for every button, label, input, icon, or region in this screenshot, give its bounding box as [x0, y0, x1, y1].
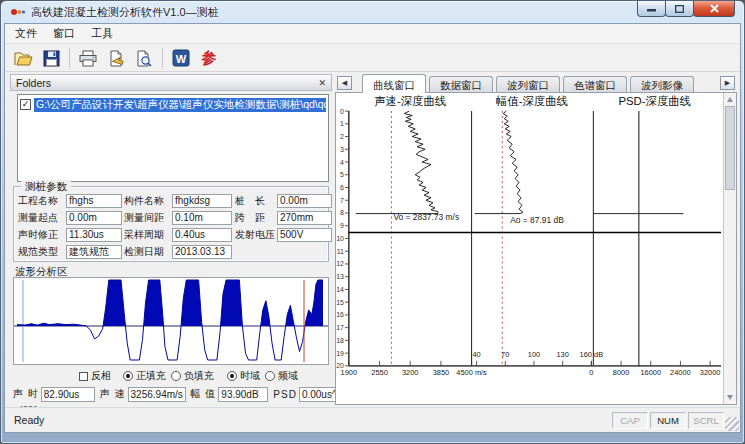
print-button[interactable]: [75, 46, 101, 70]
amplitude-tick-label: 70: [501, 350, 509, 359]
annotation-1: Vo = 2837.73 m/s: [393, 212, 459, 222]
close-icon: [710, 4, 719, 13]
chart-title-2: 幅值-深度曲线: [496, 95, 568, 107]
fill-positive-radio[interactable]: 正填充: [123, 369, 166, 383]
chart-title-3: PSD-深度曲线: [618, 95, 691, 107]
radio-icon: [265, 371, 275, 381]
waveform-plot: [14, 278, 328, 364]
folders-panel: Folders ✕ ✓ G:\公司产品设计开发\超声仪器\超声仪实地检测数据\测…: [10, 74, 332, 405]
file-list-item[interactable]: ✓ G:\公司产品设计开发\超声仪器\超声仪实地检测数据\测桩\qd\qd03\…: [18, 97, 328, 112]
chart-title-1: 声速-深度曲线: [374, 95, 446, 107]
maximize-button[interactable]: [665, 1, 694, 17]
tabs: 曲线窗口数据窗口波列窗口色谱窗口波列影像: [362, 74, 697, 92]
tab-4[interactable]: 色谱窗口: [563, 76, 627, 92]
close-button[interactable]: [693, 1, 735, 17]
tab-3[interactable]: 波列窗口: [496, 76, 560, 92]
fill-negative-label: 负填充: [184, 369, 214, 383]
readout-label-4: PSD: [273, 389, 297, 400]
readout-label-1: 声 时: [13, 387, 39, 401]
printer-icon: [78, 50, 98, 67]
readout-value-2[interactable]: 3256.94m/s: [128, 387, 186, 402]
param-value-field[interactable]: 500V: [277, 228, 332, 242]
menu-item-3[interactable]: 工具: [83, 23, 121, 44]
depth-tick-label: 16: [336, 311, 344, 318]
scroll-up-icon[interactable]: [727, 97, 733, 102]
param-value-field[interactable]: 0.40us: [172, 228, 232, 242]
param-value-field[interactable]: 270mm: [277, 211, 332, 225]
param-value-field[interactable]: 2013.03.13: [172, 245, 232, 259]
folders-caption[interactable]: Folders ✕: [10, 74, 332, 91]
readout-row: 声 时82.90us声 速3256.94m/s幅 值93.90dBPSD0.00…: [13, 386, 329, 402]
tab-1[interactable]: 曲线窗口: [362, 74, 426, 93]
checkbox-checked-icon[interactable]: ✓: [20, 99, 31, 110]
time-domain-radio[interactable]: 时域: [227, 369, 260, 383]
page-export-icon: [107, 50, 125, 67]
curve-window-panel: ◀ 曲线窗口数据窗口波列窗口色谱窗口波列影像 ▶ 声速-深度曲线幅值-深度曲线P…: [335, 74, 737, 405]
velocity-tick-label: 1900: [341, 368, 358, 377]
param-label: 工程名称: [18, 194, 66, 208]
waveform-box[interactable]: [13, 277, 329, 365]
depth-tick-label: 13: [336, 273, 344, 280]
param-value-field[interactable]: fhgkdsg: [172, 194, 232, 208]
depth-tick-label: 2: [340, 133, 344, 140]
amplitude-tick-label: 40: [472, 350, 480, 359]
open-folder-icon: [13, 50, 33, 67]
param-value-field[interactable]: 0.00m: [66, 211, 122, 225]
readout-value-3[interactable]: 93.90dB: [218, 387, 268, 402]
velocity-tick-label: 3200: [402, 368, 419, 377]
depth-tick-label: 7: [340, 197, 344, 204]
open-file-button[interactable]: [10, 46, 36, 70]
close-pane-icon[interactable]: ✕: [318, 78, 326, 88]
readout-value-1[interactable]: 82.90us: [41, 387, 95, 402]
radio-icon: [171, 371, 181, 381]
tab-2[interactable]: 数据窗口: [429, 76, 493, 92]
minimize-button[interactable]: [637, 1, 666, 17]
scroll-down-icon[interactable]: [727, 395, 733, 400]
tab-scroll-left-button[interactable]: ◀: [337, 76, 352, 90]
keyboard-indicators: CAPNUMSCRL: [610, 412, 724, 429]
export-button[interactable]: [103, 46, 129, 70]
invert-checkbox[interactable]: 反相: [79, 369, 111, 383]
word-icon-letter: W: [176, 53, 187, 65]
client-area: 文件窗口工具: [4, 23, 741, 433]
menu-item-1[interactable]: 文件: [7, 23, 45, 44]
radio-selected-icon: [123, 371, 133, 381]
param-value-field[interactable]: fhghs: [66, 194, 122, 208]
file-list[interactable]: ✓ G:\公司产品设计开发\超声仪器\超声仪实地检测数据\测桩\qd\qd03\…: [17, 94, 329, 182]
scrollbar-thumb[interactable]: [725, 106, 735, 190]
depth-tick-label: 17: [336, 324, 344, 331]
tab-5[interactable]: 波列影像: [630, 76, 694, 92]
vertical-scrollbar[interactable]: [723, 93, 736, 404]
menu-bar: 文件窗口工具: [5, 24, 740, 44]
save-file-button[interactable]: [38, 46, 64, 70]
readout-label-3: 幅 值: [191, 387, 217, 401]
parameters-button[interactable]: 参: [196, 46, 222, 70]
waveform-positive-fill: [17, 280, 323, 360]
resize-grip[interactable]: [725, 417, 739, 431]
freq-domain-radio[interactable]: 频域: [265, 369, 298, 383]
amplitude-tick-label: 130: [556, 350, 568, 359]
app-icon-glyph: [10, 5, 26, 19]
fill-negative-radio[interactable]: 负填充: [171, 369, 214, 383]
toolbar-separator: [69, 48, 70, 68]
save-floppy-icon: [43, 50, 60, 67]
param-value-field[interactable]: 建筑规范: [66, 245, 122, 259]
time-domain-label: 时域: [240, 369, 260, 383]
pile-params-group: 测桩参数 工程名称fhghs构件名称fhgkdsg桩 长0.00m测量起点0.0…: [13, 186, 329, 262]
status-text: Ready: [14, 414, 44, 426]
amplitude-tick-label: 100: [528, 350, 540, 359]
indicator-scrl: SCRL: [688, 412, 724, 429]
title-bar[interactable]: 高铁建混凝土检测分析软件V1.0—测桩: [1, 1, 744, 23]
param-value-field[interactable]: 11.30us: [66, 228, 122, 242]
chart-area: 声速-深度曲线幅值-深度曲线PSD-深度曲线012345678910111213…: [335, 93, 737, 405]
print-preview-button[interactable]: [131, 46, 157, 70]
depth-tick-label: 10: [336, 235, 344, 242]
status-bar: Ready CAPNUMSCRL: [5, 407, 740, 432]
window-controls: [638, 1, 735, 17]
menu-item-2[interactable]: 窗口: [45, 23, 83, 44]
export-word-button[interactable]: W: [168, 46, 194, 70]
param-value-field[interactable]: 0.10m: [172, 211, 232, 225]
tab-scroll-right-button[interactable]: ▶: [720, 76, 735, 90]
depth-curves-plot: 声速-深度曲线幅值-深度曲线PSD-深度曲线012345678910111213…: [336, 93, 723, 404]
param-value-field[interactable]: 0.00m: [277, 194, 332, 208]
